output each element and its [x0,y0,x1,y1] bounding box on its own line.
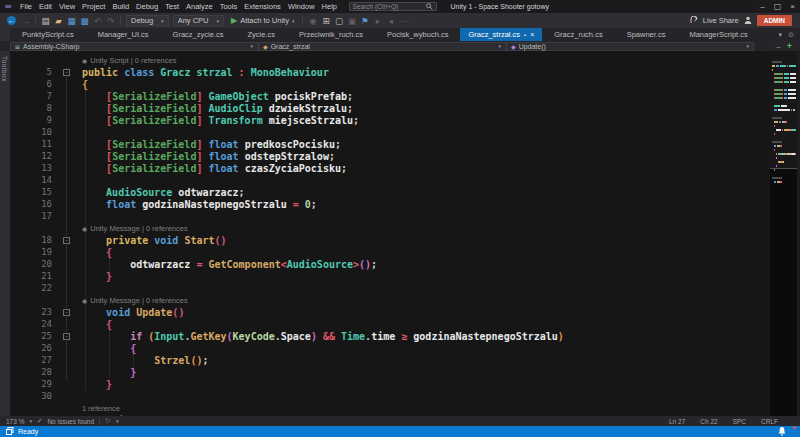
tab-punktyscript-cs[interactable]: PunktyScript.cs [10,28,86,41]
save-icon[interactable]: ▦ [65,16,78,26]
nav-forward-icon[interactable]: → [19,16,32,26]
code-health-label[interactable]: No issues found [47,418,94,425]
code-editor[interactable]: Toolbox 4◉Unity Script | 0 references5-p… [0,51,800,416]
eol-indicator[interactable]: CRLF [761,418,778,425]
code-line[interactable]: 22 [10,282,768,294]
line-number[interactable]: 20 [10,259,52,269]
close-button[interactable]: × [785,2,800,11]
code-line[interactable]: 29 } [10,378,768,390]
tab-pin-icon[interactable]: ⊙ [788,31,794,39]
member-dropdown[interactable]: ◆ Update() ▾ [506,42,754,51]
menu-item-extensions[interactable]: Extensions [241,2,285,11]
solution-config-dropdown[interactable]: Debug▾ [126,15,169,26]
bookmark-icon[interactable]: ⚑ [358,16,371,26]
toolbox-tab[interactable]: Toolbox [1,51,8,82]
line-number[interactable]: 8 [10,103,52,113]
line-number[interactable]: 13 [10,163,52,173]
code-line[interactable]: 16 float godzinaNastepnegoStrzalu = 0; [10,198,768,210]
code-line[interactable]: 6{ [10,78,768,90]
codelens-label[interactable]: 1 reference [82,404,120,413]
menu-item-window[interactable]: Window [284,2,318,11]
line-number[interactable]: 4 [10,51,52,53]
code-line[interactable]: 31 void Strzel() [10,414,768,416]
menu-item-debug[interactable]: Debug [133,2,162,11]
comment-icon[interactable]: ▢ [332,16,345,26]
attach-to-unity-button[interactable]: ▶Attach to Unity▾ [231,16,294,25]
search-box[interactable]: Search (Ctrl+Q) [349,2,437,11]
menu-item-project[interactable]: Project [79,2,109,11]
tab-przeciwnik_ruch-cs[interactable]: Przeciwnik_ruch.cs [287,28,375,41]
code-line[interactable]: 20 odtwarzacz = GetComponent<AudioSource… [10,258,768,270]
open-folder-icon[interactable]: ▰ [52,16,65,26]
maximize-button[interactable]: ▢ [770,2,785,11]
minimize-button[interactable]: – [755,2,770,11]
fold-toggle[interactable]: - [63,309,70,316]
outdent-icon[interactable]: ◂ [384,16,397,26]
solution-platform-dropdown[interactable]: Any CPU▾ [173,15,224,26]
line-number[interactable]: 12 [10,151,52,161]
line-number[interactable]: 29 [10,379,52,389]
line-number[interactable]: 21 [10,271,52,281]
code-line[interactable]: 25- if (Input.GetKey(KeyCode.Space) && T… [10,330,768,342]
new-file-icon[interactable]: ▤ [39,16,52,26]
tab-manager_ui-cs[interactable]: Manager_UI.cs [86,28,161,41]
line-number[interactable]: 22 [10,283,52,293]
code-line[interactable]: 30 [10,390,768,402]
undo-icon[interactable]: ↶ [91,16,104,26]
fold-toggle[interactable]: - [63,69,70,76]
code-line[interactable]: 18- private void Start() [10,234,768,246]
line-number[interactable]: 14 [10,175,52,185]
menu-item-edit[interactable]: Edit [36,2,56,11]
code-line[interactable]: 24 { [10,318,768,330]
line-number[interactable]: 7 [10,91,52,101]
fold-toggle[interactable]: - [63,333,70,340]
tab-list-dropdown-icon[interactable]: ▾ [779,31,783,39]
spaces-indicator[interactable]: SPC [733,418,746,425]
code-line[interactable]: 5-public class Gracz_strzal : MonoBehavi… [10,66,768,78]
line-number[interactable]: 28 [10,367,52,377]
menu-item-tools[interactable]: Tools [216,2,241,11]
codelens-label[interactable]: Unity Script | 0 references [90,56,176,65]
code-line[interactable]: 11 [SerializeField] float predkoscPocisk… [10,138,768,150]
code-line[interactable]: 10 [10,126,768,138]
tab-gracz_ruch-cs[interactable]: Gracz_ruch.cs [542,28,614,41]
menu-item-test[interactable]: Test [162,2,183,11]
code-line[interactable]: 19 { [10,246,768,258]
line-number[interactable]: 19 [10,247,52,257]
column-indicator[interactable]: Ch 22 [700,418,717,425]
code-line[interactable]: 26 { [10,342,768,354]
code-line[interactable]: 15 AudioSource odtwarzacz; [10,186,768,198]
uncomment-icon[interactable]: ▣ [345,16,358,26]
codelens-row[interactable]: ◉Unity Message | 0 references [10,294,768,306]
line-number[interactable]: 27 [10,355,52,365]
nav-back-icon[interactable]: ← [7,16,16,25]
code-line[interactable]: 13 [SerializeField] float czasZyciaPocis… [10,162,768,174]
code-line[interactable]: 27 Strzel(); [10,354,768,366]
line-number[interactable]: 26 [10,343,52,353]
line-number[interactable]: 25 [10,331,52,341]
code-line[interactable]: 7 [SerializeField] GameObject pociskPref… [10,90,768,102]
codelens-row[interactable]: 1 reference [10,402,768,414]
line-number[interactable]: 6 [10,79,52,89]
indent-icon[interactable]: ▸ [371,16,384,26]
notifications-button[interactable] [778,427,794,437]
line-indicator[interactable]: Ln 27 [669,418,685,425]
line-number[interactable]: 30 [10,391,52,401]
line-number[interactable]: 18 [10,235,52,245]
menu-item-view[interactable]: View [55,2,78,11]
line-number[interactable]: 23 [10,307,52,317]
tab-gracz_strzal-cs[interactable]: Gracz_strzal.cs•× [460,28,542,41]
type-dropdown[interactable]: ◆ Gracz_strzal ▾ [258,42,506,51]
code-line[interactable]: 9 [SerializeField] Transform miejsceStrz… [10,114,768,126]
menu-item-file[interactable]: File [16,2,35,11]
code-line[interactable]: 17 [10,210,768,222]
tab-pocisk_wybuch-cs[interactable]: Pocisk_wybuch.cs [375,28,460,41]
line-number[interactable]: 24 [10,319,52,329]
line-number[interactable]: 31 [10,415,52,416]
line-number[interactable]: 17 [10,211,52,221]
line-number[interactable]: 15 [10,187,52,197]
menu-item-help[interactable]: Help [318,2,340,11]
tab-close-icon[interactable]: × [530,31,534,38]
codelens-label[interactable]: Unity Message | 0 references [90,296,187,305]
tab-spawner-cs[interactable]: Spawner.cs [615,28,678,41]
